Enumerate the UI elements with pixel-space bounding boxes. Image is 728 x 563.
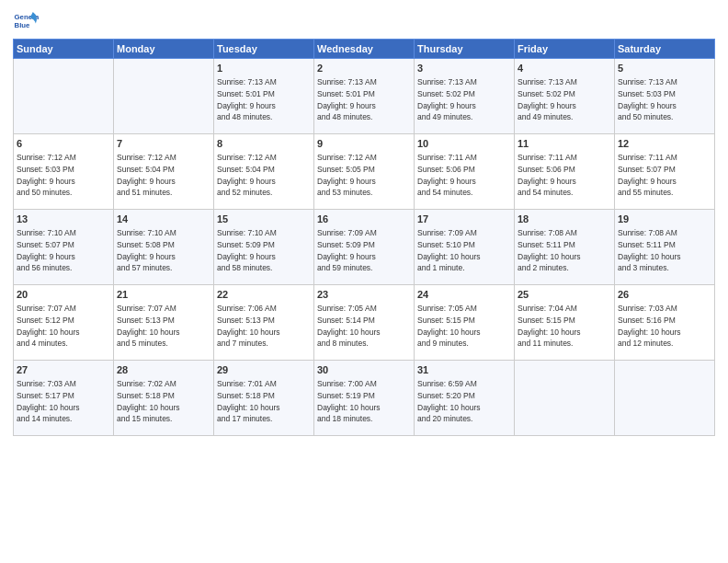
logo-icon: General Blue bbox=[13, 9, 39, 35]
day-info: Sunrise: 7:13 AM Sunset: 5:02 PM Dayligh… bbox=[518, 77, 577, 121]
calendar-cell bbox=[114, 59, 214, 134]
day-info: Sunrise: 7:08 AM Sunset: 5:11 PM Dayligh… bbox=[618, 228, 681, 272]
day-info: Sunrise: 7:05 AM Sunset: 5:15 PM Dayligh… bbox=[417, 304, 481, 348]
logo: General Blue bbox=[13, 9, 39, 35]
calendar-cell: 24Sunrise: 7:05 AM Sunset: 5:15 PM Dayli… bbox=[415, 285, 515, 361]
calendar-cell bbox=[615, 361, 715, 436]
day-info: Sunrise: 7:13 AM Sunset: 5:03 PM Dayligh… bbox=[618, 77, 677, 121]
weekday-header-friday: Friday bbox=[515, 40, 615, 59]
day-number: 8 bbox=[217, 137, 311, 151]
weekday-header-thursday: Thursday bbox=[415, 40, 515, 59]
day-number: 17 bbox=[417, 213, 511, 226]
calendar-cell: 9Sunrise: 7:12 AM Sunset: 5:05 PM Daylig… bbox=[314, 134, 415, 210]
calendar-cell: 11Sunrise: 7:11 AM Sunset: 5:06 PM Dayli… bbox=[515, 134, 615, 210]
day-info: Sunrise: 7:10 AM Sunset: 5:08 PM Dayligh… bbox=[117, 228, 176, 272]
day-number: 10 bbox=[417, 137, 511, 151]
day-number: 15 bbox=[217, 213, 311, 226]
day-number: 13 bbox=[17, 213, 110, 226]
calendar-cell bbox=[14, 59, 114, 134]
weekday-header-wednesday: Wednesday bbox=[314, 40, 415, 59]
calendar-cell: 8Sunrise: 7:12 AM Sunset: 5:04 PM Daylig… bbox=[214, 134, 314, 210]
day-number: 29 bbox=[217, 363, 311, 377]
day-number: 16 bbox=[317, 213, 411, 226]
day-number: 19 bbox=[618, 213, 711, 226]
day-number: 5 bbox=[618, 62, 711, 75]
calendar-cell: 23Sunrise: 7:05 AM Sunset: 5:14 PM Dayli… bbox=[314, 285, 415, 361]
calendar-cell: 27Sunrise: 7:03 AM Sunset: 5:17 PM Dayli… bbox=[14, 361, 114, 436]
day-number: 11 bbox=[518, 137, 611, 151]
day-info: Sunrise: 7:04 AM Sunset: 5:15 PM Dayligh… bbox=[518, 304, 581, 348]
day-number: 3 bbox=[417, 62, 511, 75]
day-number: 14 bbox=[117, 213, 210, 226]
svg-text:Blue: Blue bbox=[15, 21, 31, 29]
calendar-cell: 14Sunrise: 7:10 AM Sunset: 5:08 PM Dayli… bbox=[114, 210, 214, 285]
day-info: Sunrise: 7:11 AM Sunset: 5:06 PM Dayligh… bbox=[417, 153, 477, 197]
weekday-header-monday: Monday bbox=[114, 40, 214, 59]
day-number: 22 bbox=[217, 288, 311, 302]
calendar-cell: 28Sunrise: 7:02 AM Sunset: 5:18 PM Dayli… bbox=[114, 361, 214, 436]
day-number: 1 bbox=[217, 62, 311, 75]
calendar-cell: 25Sunrise: 7:04 AM Sunset: 5:15 PM Dayli… bbox=[515, 285, 615, 361]
calendar-cell: 10Sunrise: 7:11 AM Sunset: 5:06 PM Dayli… bbox=[415, 134, 515, 210]
day-info: Sunrise: 7:09 AM Sunset: 5:09 PM Dayligh… bbox=[317, 228, 377, 272]
calendar-cell: 18Sunrise: 7:08 AM Sunset: 5:11 PM Dayli… bbox=[515, 210, 615, 285]
calendar-cell: 4Sunrise: 7:13 AM Sunset: 5:02 PM Daylig… bbox=[515, 59, 615, 134]
day-info: Sunrise: 7:05 AM Sunset: 5:14 PM Dayligh… bbox=[317, 304, 381, 348]
day-number: 30 bbox=[317, 363, 411, 377]
day-info: Sunrise: 7:12 AM Sunset: 5:05 PM Dayligh… bbox=[317, 153, 377, 197]
calendar-cell: 12Sunrise: 7:11 AM Sunset: 5:07 PM Dayli… bbox=[615, 134, 715, 210]
day-number: 12 bbox=[618, 137, 711, 151]
day-number: 18 bbox=[518, 213, 611, 226]
day-number: 20 bbox=[17, 288, 110, 302]
day-info: Sunrise: 7:08 AM Sunset: 5:11 PM Dayligh… bbox=[518, 228, 581, 272]
day-number: 7 bbox=[117, 137, 210, 151]
calendar-cell: 29Sunrise: 7:01 AM Sunset: 5:18 PM Dayli… bbox=[214, 361, 314, 436]
day-number: 27 bbox=[17, 363, 110, 377]
day-info: Sunrise: 7:12 AM Sunset: 5:03 PM Dayligh… bbox=[17, 153, 76, 197]
day-info: Sunrise: 7:00 AM Sunset: 5:19 PM Dayligh… bbox=[317, 379, 381, 423]
day-info: Sunrise: 7:07 AM Sunset: 5:13 PM Dayligh… bbox=[117, 304, 180, 348]
calendar-cell: 16Sunrise: 7:09 AM Sunset: 5:09 PM Dayli… bbox=[314, 210, 415, 285]
calendar-cell: 31Sunrise: 6:59 AM Sunset: 5:20 PM Dayli… bbox=[415, 361, 515, 436]
day-info: Sunrise: 7:12 AM Sunset: 5:04 PM Dayligh… bbox=[117, 153, 176, 197]
day-number: 28 bbox=[117, 363, 210, 377]
calendar-cell: 1Sunrise: 7:13 AM Sunset: 5:01 PM Daylig… bbox=[214, 59, 314, 134]
calendar-cell: 2Sunrise: 7:13 AM Sunset: 5:01 PM Daylig… bbox=[314, 59, 415, 134]
day-info: Sunrise: 7:13 AM Sunset: 5:01 PM Dayligh… bbox=[317, 77, 377, 121]
day-number: 4 bbox=[518, 62, 611, 75]
day-number: 23 bbox=[317, 288, 411, 302]
day-info: Sunrise: 7:02 AM Sunset: 5:18 PM Dayligh… bbox=[117, 379, 180, 423]
day-number: 31 bbox=[417, 363, 511, 377]
day-number: 25 bbox=[518, 288, 611, 302]
calendar-cell: 26Sunrise: 7:03 AM Sunset: 5:16 PM Dayli… bbox=[615, 285, 715, 361]
calendar-cell bbox=[515, 361, 615, 436]
weekday-header-sunday: Sunday bbox=[14, 40, 114, 59]
calendar-cell: 17Sunrise: 7:09 AM Sunset: 5:10 PM Dayli… bbox=[415, 210, 515, 285]
day-number: 6 bbox=[17, 137, 110, 151]
calendar-cell: 30Sunrise: 7:00 AM Sunset: 5:19 PM Dayli… bbox=[314, 361, 415, 436]
calendar-cell: 5Sunrise: 7:13 AM Sunset: 5:03 PM Daylig… bbox=[615, 59, 715, 134]
day-info: Sunrise: 7:07 AM Sunset: 5:12 PM Dayligh… bbox=[17, 304, 80, 348]
weekday-header-saturday: Saturday bbox=[615, 40, 715, 59]
day-info: Sunrise: 7:06 AM Sunset: 5:13 PM Dayligh… bbox=[217, 304, 280, 348]
calendar-cell: 20Sunrise: 7:07 AM Sunset: 5:12 PM Dayli… bbox=[14, 285, 114, 361]
calendar-cell: 13Sunrise: 7:10 AM Sunset: 5:07 PM Dayli… bbox=[14, 210, 114, 285]
day-info: Sunrise: 7:10 AM Sunset: 5:09 PM Dayligh… bbox=[217, 228, 277, 272]
weekday-header-tuesday: Tuesday bbox=[214, 40, 314, 59]
day-info: Sunrise: 6:59 AM Sunset: 5:20 PM Dayligh… bbox=[417, 379, 481, 423]
day-info: Sunrise: 7:03 AM Sunset: 5:16 PM Dayligh… bbox=[618, 304, 681, 348]
calendar-cell: 6Sunrise: 7:12 AM Sunset: 5:03 PM Daylig… bbox=[14, 134, 114, 210]
day-number: 24 bbox=[417, 288, 511, 302]
calendar-cell: 3Sunrise: 7:13 AM Sunset: 5:02 PM Daylig… bbox=[415, 59, 515, 134]
day-info: Sunrise: 7:11 AM Sunset: 5:07 PM Dayligh… bbox=[618, 153, 677, 197]
day-number: 26 bbox=[618, 288, 711, 302]
day-info: Sunrise: 7:10 AM Sunset: 5:07 PM Dayligh… bbox=[17, 228, 76, 272]
day-number: 9 bbox=[317, 137, 411, 151]
calendar-cell: 15Sunrise: 7:10 AM Sunset: 5:09 PM Dayli… bbox=[214, 210, 314, 285]
calendar-cell: 22Sunrise: 7:06 AM Sunset: 5:13 PM Dayli… bbox=[214, 285, 314, 361]
day-info: Sunrise: 7:11 AM Sunset: 5:06 PM Dayligh… bbox=[518, 153, 577, 197]
day-info: Sunrise: 7:12 AM Sunset: 5:04 PM Dayligh… bbox=[217, 153, 277, 197]
calendar-table: SundayMondayTuesdayWednesdayThursdayFrid… bbox=[13, 39, 715, 436]
day-number: 21 bbox=[117, 288, 210, 302]
calendar-cell: 21Sunrise: 7:07 AM Sunset: 5:13 PM Dayli… bbox=[114, 285, 214, 361]
